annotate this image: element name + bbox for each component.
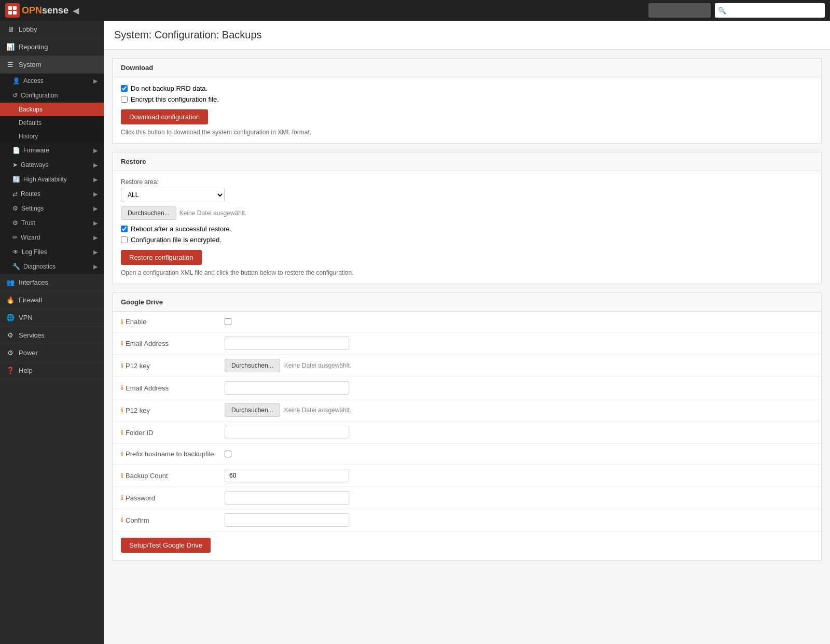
sidebar-item-gateways[interactable]: ➤ Gateways ▶	[0, 158, 104, 172]
sidebar-item-settings[interactable]: ⚙ Settings ▶	[0, 201, 104, 216]
download-hint: Click this button to download the system…	[121, 129, 813, 136]
restore-file-row: Durchsuchen... Keine Datei ausgewählt.	[121, 206, 813, 220]
sidebar-item-reporting[interactable]: 📊 Reporting	[0, 38, 104, 56]
navbar: OPNsense ◀ 🔍	[0, 0, 830, 21]
bottom-spacer	[104, 569, 830, 579]
gd-folder-control	[225, 426, 813, 439]
restore-section: Restore Restore area: ALL Durchsuchen...…	[112, 152, 822, 284]
restore-config-button[interactable]: Restore configuration	[121, 250, 202, 265]
gd-prefix-control	[225, 451, 813, 457]
sidebar-item-wizard[interactable]: ✏ Wizard ▶	[0, 230, 104, 245]
page-title: System: Configuration: Backups	[114, 29, 820, 41]
sidebar-item-access[interactable]: 👤 Access ▶	[0, 74, 104, 88]
info-icon: ℹ	[121, 472, 123, 479]
info-icon: ℹ	[121, 429, 123, 436]
sidebar-item-firmware[interactable]: 📄 Firmware ▶	[0, 143, 104, 158]
gd-enable-checkbox[interactable]	[225, 318, 231, 325]
gd-email2-label: ℹ Email Address	[121, 384, 225, 392]
gd-confirm-row: ℹ Confirm	[113, 509, 821, 531]
search-box[interactable]: 🔍	[715, 3, 825, 18]
svg-rect-0	[8, 6, 12, 10]
sidebar-item-label: Settings	[21, 205, 44, 212]
sidebar-item-lobby[interactable]: 🖥 Lobby	[0, 21, 104, 38]
gd-prefix-checkbox[interactable]	[225, 451, 231, 457]
gd-setup-test-button[interactable]: Setup/Test Google Drive	[121, 538, 211, 553]
sidebar-item-label: Backups	[19, 106, 43, 113]
sidebar-item-history[interactable]: History	[0, 130, 104, 143]
sidebar-item-label: Help	[19, 367, 98, 374]
sidebar-item-services[interactable]: ⚙ Services	[0, 327, 104, 344]
chevron-right-icon: ▶	[93, 205, 98, 212]
trust-icon: ⚙	[12, 219, 18, 227]
chevron-right-icon: ▶	[93, 147, 98, 154]
sidebar-system-sub: 👤 Access ▶ ↺ Configuration Backups Defau…	[0, 74, 104, 274]
content-area: System: Configuration: Backups Download …	[104, 21, 830, 644]
encrypt-checkbox[interactable]	[121, 96, 128, 103]
encrypt-row: Encrypt this configuration file.	[121, 95, 813, 103]
sidebar-item-interfaces[interactable]: 👥 Interfaces	[0, 274, 104, 291]
gd-backup-count-input[interactable]	[225, 469, 349, 482]
info-icon: ℹ	[121, 384, 123, 391]
sidebar-item-firewall[interactable]: 🔥 Firewall	[0, 291, 104, 309]
download-config-button[interactable]: Download configuration	[121, 109, 208, 124]
sidebar-item-label: Wizard	[21, 234, 40, 241]
sidebar-item-system[interactable]: ☰ System	[0, 56, 104, 74]
search-input[interactable]	[728, 7, 822, 14]
info-icon: ℹ	[121, 340, 123, 347]
chevron-right-icon: ▶	[93, 249, 98, 256]
sidebar-item-configuration[interactable]: ↺ Configuration	[0, 88, 104, 103]
gd-folder-row: ℹ Folder ID	[113, 422, 821, 444]
sidebar-item-trust[interactable]: ⚙ Trust ▶	[0, 216, 104, 230]
sidebar-item-label: Firewall	[19, 296, 98, 304]
gd-enable-row: ℹ Enable	[113, 312, 821, 332]
sidebar-item-label: Lobby	[19, 25, 98, 33]
routes-icon: ⇄	[12, 190, 18, 198]
no-rrd-checkbox[interactable]	[121, 85, 128, 92]
sidebar-item-defaults[interactable]: Defaults	[0, 116, 104, 130]
lobby-icon: 🖥	[6, 25, 15, 33]
sidebar-item-vpn[interactable]: 🌐 VPN	[0, 309, 104, 327]
gd-password-input[interactable]	[225, 491, 349, 505]
gd-confirm-label: ℹ Confirm	[121, 516, 225, 524]
gd-password-row: ℹ Password	[113, 487, 821, 509]
sidebar-item-label: Interfaces	[19, 278, 98, 286]
gd-p12key2-browse-button[interactable]: Durchsuchen...	[225, 403, 280, 417]
sidebar-item-log-files[interactable]: 👁 Log Files ▶	[0, 245, 104, 259]
gd-p12key2-row: ℹ P12 key Durchsuchen... Keine Datei aus…	[113, 399, 821, 422]
encrypted-checkbox[interactable]	[121, 236, 128, 243]
info-icon: ℹ	[121, 407, 123, 414]
gd-p12key2-no-file: Keine Datei ausgewählt.	[284, 407, 351, 414]
sidebar-item-diagnostics[interactable]: 🔧 Diagnostics ▶	[0, 259, 104, 274]
gd-email1-row: ℹ Email Address	[113, 332, 821, 355]
restore-browse-button[interactable]: Durchsuchen...	[121, 206, 176, 220]
no-rrd-label: Do not backup RRD data.	[131, 85, 208, 92]
chevron-right-icon: ▶	[93, 263, 98, 270]
sidebar-item-label: High Availability	[23, 176, 67, 183]
main-layout: 🖥 Lobby 📊 Reporting ☰ System 👤 Access ▶ …	[0, 21, 830, 644]
sidebar-item-high-availability[interactable]: 🔄 High Availability ▶	[0, 172, 104, 187]
sidebar-toggle[interactable]: ◀	[73, 6, 79, 16]
sidebar-item-label: VPN	[19, 314, 98, 321]
gd-password-control	[225, 491, 813, 505]
restore-area-select[interactable]: ALL	[121, 188, 225, 202]
gd-confirm-input[interactable]	[225, 513, 349, 527]
sidebar-item-routes[interactable]: ⇄ Routes ▶	[0, 187, 104, 201]
sidebar-item-power[interactable]: ⚙ Power	[0, 344, 104, 362]
gd-email1-input[interactable]	[225, 337, 349, 350]
wizard-icon: ✏	[12, 234, 18, 241]
gd-p12key1-browse-button[interactable]: Durchsuchen...	[225, 359, 280, 372]
reboot-checkbox[interactable]	[121, 226, 128, 232]
gd-email2-input[interactable]	[225, 381, 349, 395]
gd-folder-input[interactable]	[225, 426, 349, 439]
gd-p12key1-no-file: Keine Datei ausgewählt.	[284, 362, 351, 369]
svg-rect-3	[13, 11, 17, 15]
logfiles-icon: 👁	[12, 248, 19, 256]
gd-folder-label: ℹ Folder ID	[121, 429, 225, 437]
restore-no-file-text: Keine Datei ausgewählt.	[179, 209, 246, 217]
sidebar-item-backups[interactable]: Backups	[0, 103, 104, 116]
info-icon: ℹ	[121, 516, 123, 524]
sidebar-item-help[interactable]: ❓ Help	[0, 362, 104, 380]
system-icon: ☰	[6, 61, 15, 68]
brand: OPNsense	[5, 3, 68, 18]
sidebar-item-label: Gateways	[21, 161, 48, 169]
